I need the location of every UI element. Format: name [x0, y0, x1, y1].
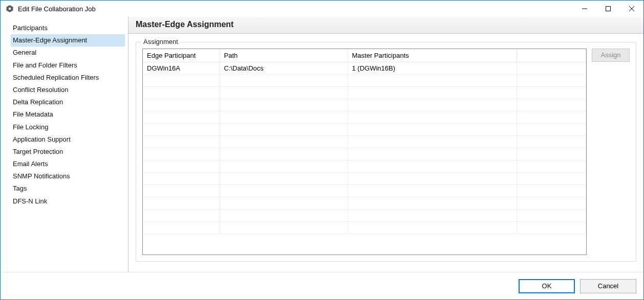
sidebar-item-label: File Metadata [13, 110, 53, 118]
sidebar-item-file-folder-filters[interactable]: File and Folder Filters [11, 59, 125, 72]
assign-button-container: Assign [592, 49, 630, 255]
cell-extra [517, 62, 586, 75]
column-header-master[interactable]: Master Participants [348, 49, 517, 62]
table-row[interactable] [143, 124, 586, 136]
table-row[interactable] [143, 197, 586, 210]
sidebar-item-scheduled-replication-filters[interactable]: Scheduled Replication Filters [11, 72, 125, 84]
table-row[interactable] [143, 136, 586, 148]
dialog-body: Participants Master-Edge Assignment Gene… [1, 17, 643, 272]
sidebar-item-email-alerts[interactable]: Email Alerts [11, 158, 125, 170]
table-row[interactable] [143, 185, 586, 197]
dialog-window: Edit File Collaboration Job Participants… [0, 0, 644, 300]
sidebar-item-label: SNMP Notifications [13, 172, 70, 180]
column-header-path[interactable]: Path [220, 49, 348, 62]
sidebar-item-master-edge-assignment[interactable]: Master-Edge Assignment [11, 34, 125, 47]
sidebar-item-application-support[interactable]: Application Support [11, 133, 125, 146]
sidebar-item-label: Tags [13, 184, 27, 192]
app-icon [6, 5, 14, 13]
sidebar-item-delta-replication[interactable]: Delta Replication [11, 96, 125, 108]
sidebar-item-label: Scheduled Replication Filters [13, 74, 99, 81]
window-controls [573, 1, 643, 17]
sidebar-item-label: Delta Replication [13, 98, 63, 106]
ok-button[interactable]: OK [519, 279, 575, 293]
dialog-footer: OK Cancel [1, 272, 643, 299]
sidebar-item-conflict-resolution[interactable]: Conflict Resolution [11, 84, 125, 96]
title-bar: Edit File Collaboration Job [1, 1, 643, 17]
table-row[interactable] [143, 173, 586, 185]
sidebar-item-label: Master-Edge Assignment [13, 36, 87, 44]
sidebar-item-tags[interactable]: Tags [11, 182, 125, 195]
sidebar-item-label: General [13, 49, 36, 56]
table-row[interactable] [143, 148, 586, 160]
cell-path: C:\Data\Docs [220, 62, 348, 75]
table-row[interactable] [143, 160, 586, 173]
cancel-button[interactable]: Cancel [580, 279, 636, 293]
table-row[interactable] [143, 87, 586, 99]
content-panel: Master-Edge Assignment Assignment [128, 17, 643, 272]
cell-master: 1 (DGWin16B) [348, 62, 517, 75]
sidebar-item-snmp-notifications[interactable]: SNMP Notifications [11, 170, 125, 182]
groupbox-label: Assignment [141, 38, 180, 45]
sidebar-item-label: Target Protection [13, 148, 63, 155]
sidebar-item-label: Application Support [13, 135, 71, 143]
close-button[interactable] [620, 1, 643, 17]
svg-rect-3 [606, 7, 611, 11]
table-row[interactable] [143, 75, 586, 87]
cell-edge: DGWin16A [143, 62, 220, 75]
assign-button[interactable]: Assign [592, 49, 630, 62]
content-body: Assignment Edge Participant Path [128, 34, 643, 272]
sidebar-item-participants[interactable]: Participants [11, 22, 125, 34]
table-row[interactable] [143, 111, 586, 124]
sidebar-item-label: Email Alerts [13, 160, 48, 168]
sidebar-item-file-metadata[interactable]: File Metadata [11, 108, 125, 121]
sidebar-item-label: Participants [13, 24, 48, 32]
table-row[interactable] [143, 222, 586, 234]
sidebar-item-dfs-n-link[interactable]: DFS-N Link [11, 195, 125, 207]
content-heading: Master-Edge Assignment [128, 17, 643, 34]
sidebar-item-target-protection[interactable]: Target Protection [11, 146, 125, 158]
table-row[interactable]: DGWin16A C:\Data\Docs 1 (DGWin16B) [143, 62, 586, 75]
sidebar-item-general[interactable]: General [11, 47, 125, 59]
sidebar-item-label: File Locking [13, 123, 48, 131]
assignment-groupbox: Assignment Edge Participant Path [136, 42, 636, 262]
sidebar-item-label: Conflict Resolution [13, 86, 68, 94]
table-row[interactable] [143, 210, 586, 222]
minimize-button[interactable] [573, 1, 596, 17]
table-header-row: Edge Participant Path Master Participant… [143, 49, 586, 62]
table-row[interactable] [143, 99, 586, 111]
sidebar-item-label: File and Folder Filters [13, 61, 77, 69]
maximize-button[interactable] [596, 1, 620, 17]
sidebar-item-file-locking[interactable]: File Locking [11, 121, 125, 133]
sidebar-nav: Participants Master-Edge Assignment Gene… [1, 17, 128, 272]
svg-point-1 [9, 8, 11, 10]
window-title: Edit File Collaboration Job [18, 5, 573, 13]
column-header-edge[interactable]: Edge Participant [143, 49, 220, 62]
column-header-extra[interactable] [517, 49, 586, 62]
assignment-table[interactable]: Edge Participant Path Master Participant… [142, 49, 587, 255]
sidebar-item-label: DFS-N Link [13, 197, 47, 205]
